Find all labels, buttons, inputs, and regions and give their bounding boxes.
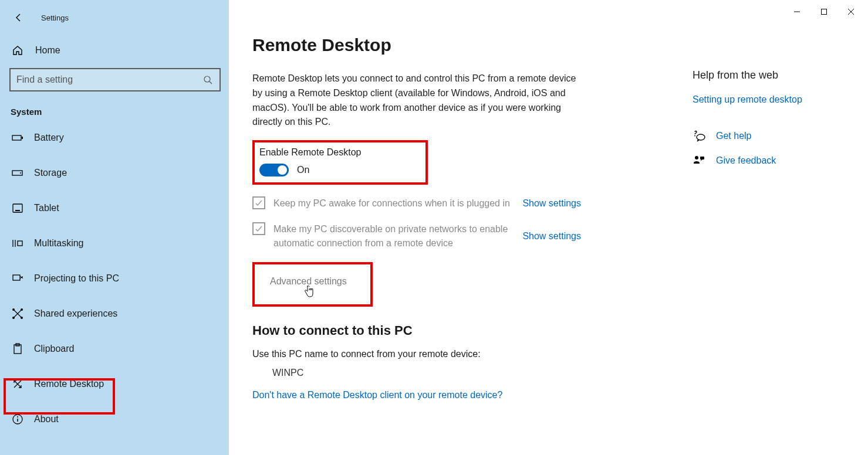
- sidebar-item-multitasking[interactable]: Multitasking: [0, 226, 229, 261]
- check-icon: [255, 225, 263, 233]
- sidebar-item-storage[interactable]: Storage: [0, 155, 229, 191]
- svg-rect-10: [18, 241, 22, 246]
- remote-desktop-icon: [12, 378, 23, 390]
- svg-rect-32: [700, 157, 704, 159]
- get-help-row[interactable]: Get help: [693, 130, 802, 142]
- sidebar-home[interactable]: Home: [0, 39, 229, 62]
- sidebar-item-label: Shared experiences: [34, 308, 117, 319]
- home-icon: [12, 45, 23, 56]
- sidebar-item-remote-desktop[interactable]: Remote Desktop: [0, 366, 229, 402]
- enable-remote-desktop-toggle[interactable]: [259, 164, 289, 176]
- sidebar-item-battery[interactable]: Battery: [0, 120, 229, 155]
- svg-rect-3: [22, 137, 23, 139]
- keep-awake-checkbox[interactable]: [252, 196, 265, 209]
- get-help-icon: [693, 130, 705, 142]
- svg-line-1: [210, 82, 212, 84]
- maximize-button[interactable]: [810, 2, 837, 21]
- maximize-icon: [820, 8, 828, 15]
- main-content: Remote Desktop Remote Desktop lets you c…: [229, 0, 868, 455]
- svg-point-24: [17, 416, 18, 417]
- sidebar-item-label: Clipboard: [34, 344, 74, 354]
- svg-point-29: [694, 135, 695, 137]
- feedback-icon: [693, 154, 705, 167]
- sidebar: Settings Home System Battery Storage Tab…: [0, 0, 229, 455]
- search-wrap: [0, 62, 229, 101]
- sidebar-item-tablet[interactable]: Tablet: [0, 191, 229, 226]
- option-discoverable-row: Make my PC discoverable on private netwo…: [252, 222, 581, 250]
- svg-point-17: [21, 317, 23, 319]
- battery-icon: [12, 134, 23, 142]
- cursor-pointer-icon: [304, 284, 315, 299]
- show-settings-link-1[interactable]: Show settings: [522, 198, 581, 209]
- connect-description: Use this PC name to connect from your re…: [252, 349, 640, 359]
- highlight-box-advanced: Advanced settings: [252, 262, 373, 307]
- help-column: Help from the web Setting up remote desk…: [693, 35, 802, 455]
- sidebar-item-about[interactable]: About: [0, 402, 229, 437]
- sidebar-item-shared-experiences[interactable]: Shared experiences: [0, 296, 229, 331]
- pc-name-value: WINPC: [272, 368, 640, 378]
- home-label: Home: [35, 45, 60, 56]
- content-column: Remote Desktop Remote Desktop lets you c…: [252, 35, 640, 455]
- svg-point-15: [21, 308, 23, 311]
- sidebar-item-label: Multitasking: [34, 238, 83, 249]
- category-label: System: [0, 101, 229, 120]
- give-feedback-label: Give feedback: [716, 155, 776, 166]
- shared-icon: [12, 308, 23, 320]
- minimize-button[interactable]: [783, 2, 810, 21]
- show-settings-link-2[interactable]: Show settings: [522, 231, 581, 242]
- projecting-icon: [12, 274, 23, 283]
- minimize-icon: [793, 8, 801, 15]
- clipboard-icon: [12, 343, 23, 355]
- page-description: Remote Desktop lets you connect to and c…: [252, 72, 581, 130]
- get-help-label: Get help: [716, 131, 751, 141]
- svg-point-30: [697, 134, 705, 140]
- search-box[interactable]: [9, 68, 221, 91]
- svg-point-5: [20, 172, 21, 174]
- check-icon: [255, 199, 263, 207]
- toggle-state-label: On: [297, 165, 309, 175]
- about-icon: [12, 413, 23, 425]
- help-setup-link[interactable]: Setting up remote desktop: [693, 94, 802, 105]
- search-icon: [203, 74, 214, 85]
- connect-heading: How to connect to this PC: [252, 323, 640, 338]
- help-title: Help from the web: [693, 69, 802, 82]
- option-keep-awake-row: Keep my PC awake for connections when it…: [252, 196, 581, 210]
- multitasking-icon: [12, 239, 23, 248]
- keep-awake-label: Keep my PC awake for connections when it…: [273, 196, 514, 210]
- window-controls: [783, 2, 864, 21]
- sidebar-item-label: About: [34, 414, 59, 425]
- enable-remote-desktop-label: Enable Remote Desktop: [259, 147, 361, 158]
- svg-point-16: [12, 317, 15, 319]
- sidebar-header: Settings: [0, 4, 229, 39]
- svg-rect-26: [822, 9, 827, 15]
- sidebar-item-projecting[interactable]: Projecting to this PC: [0, 261, 229, 296]
- sidebar-item-label: Projecting to this PC: [34, 273, 119, 284]
- svg-rect-2: [12, 135, 21, 140]
- page-title: Remote Desktop: [252, 35, 640, 55]
- svg-rect-11: [13, 275, 20, 280]
- sidebar-item-label: Tablet: [34, 203, 59, 213]
- back-button[interactable]: [9, 8, 28, 27]
- svg-point-0: [204, 76, 210, 82]
- sidebar-item-label: Remote Desktop: [34, 379, 104, 389]
- no-client-link[interactable]: Don't have a Remote Desktop client on yo…: [252, 390, 640, 400]
- svg-rect-7: [15, 210, 20, 211]
- sidebar-item-label: Storage: [34, 168, 67, 178]
- sidebar-item-clipboard[interactable]: Clipboard: [0, 331, 229, 366]
- sidebar-item-label: Battery: [34, 133, 64, 143]
- discoverable-checkbox[interactable]: [252, 222, 265, 235]
- storage-icon: [12, 169, 23, 177]
- tablet-icon: [12, 203, 23, 213]
- enable-toggle-row: On: [259, 164, 361, 176]
- svg-point-31: [695, 156, 698, 159]
- give-feedback-row[interactable]: Give feedback: [693, 154, 802, 167]
- highlight-box-enable: Enable Remote Desktop On: [252, 140, 428, 185]
- arrow-left-icon: [14, 13, 23, 22]
- app-title: Settings: [41, 13, 69, 22]
- close-icon: [847, 8, 855, 15]
- close-button[interactable]: [837, 2, 864, 21]
- search-input[interactable]: [16, 74, 203, 85]
- discoverable-label: Make my PC discoverable on private netwo…: [273, 222, 514, 250]
- svg-point-14: [12, 308, 15, 311]
